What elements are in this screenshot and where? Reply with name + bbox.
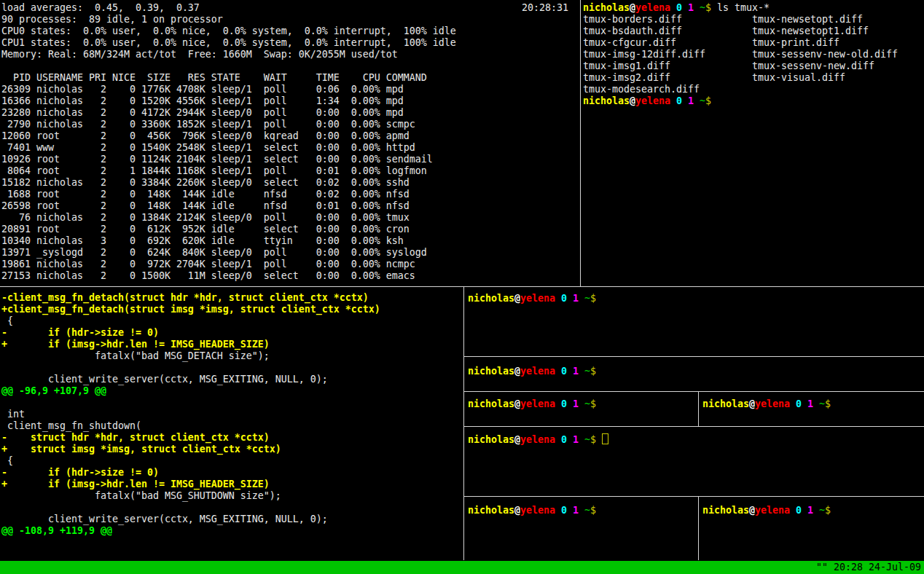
prompt-at: @ bbox=[514, 293, 520, 304]
prompt-at: @ bbox=[630, 95, 635, 106]
prompt-history-count: 0 bbox=[561, 293, 567, 304]
ls-row: tmux-imsg-12diff.difftmux-sessenv-new-ol… bbox=[583, 49, 898, 60]
prompt-jobs-count: 1 bbox=[573, 434, 579, 445]
ls-file: tmux-bsdauth.diff bbox=[583, 25, 752, 37]
shell-prompt: nicholas@yelena01~$ bbox=[468, 398, 596, 410]
ls-file: tmux-borders.diff bbox=[583, 14, 752, 25]
pane-border-v-row5 bbox=[698, 497, 699, 560]
prompt-history-count: 0 bbox=[676, 95, 682, 106]
prompt-symbol: $ bbox=[590, 434, 596, 445]
ls-row: tmux-modesearch.diff bbox=[583, 84, 898, 95]
pane-shell-4[interactable]: nicholas@yelena01~$ bbox=[699, 392, 924, 426]
diff-removed-line: - struct hdr *hdr, struct client_ctx *cc… bbox=[1, 432, 380, 444]
top-load-line: load averages: 0.45, 0.39, 0.37 bbox=[1, 2, 456, 14]
prompt-path: ~ bbox=[584, 505, 590, 516]
prompt-path: ~ bbox=[819, 398, 825, 409]
prompt-history-count: 0 bbox=[561, 434, 567, 445]
pane-shell-2[interactable]: nicholas@yelena01~$ bbox=[464, 357, 924, 391]
pane-border-v-row3 bbox=[698, 392, 699, 426]
shell-prompt: nicholas@yelena01~$ bbox=[583, 2, 711, 13]
ls-row: tmux-imsg1.difftmux-sessenv-new.diff bbox=[583, 60, 898, 72]
status-clock-date: "" 20:28 24-Jul-09 bbox=[816, 561, 921, 574]
prompt-user: nicholas bbox=[583, 95, 630, 106]
prompt-symbol: $ bbox=[590, 366, 596, 377]
process-row: 26309 nicholas 2 0 1776K 4708K sleep/1 p… bbox=[1, 84, 456, 95]
shell-command-line: nicholas@yelena01~$ls tmux-* bbox=[583, 2, 898, 14]
top-cpu0-line: CPU0 states: 0.0% user, 0.0% nice, 0.0% … bbox=[1, 25, 456, 37]
ls-row: tmux-borders.difftmux-newsetopt.diff bbox=[583, 14, 898, 25]
pane-shell-7[interactable]: nicholas@yelena01~$ bbox=[699, 497, 924, 560]
prompt-user: nicholas bbox=[468, 505, 514, 516]
diff-added-line: +client_msg_fn_detach(struct imsg *imsg,… bbox=[1, 304, 380, 315]
prompt-host: yelena bbox=[635, 2, 670, 13]
ls-file: tmux-visual.diff bbox=[752, 72, 845, 83]
prompt-host: yelena bbox=[755, 505, 790, 516]
prompt-user: nicholas bbox=[702, 505, 749, 516]
process-row: 10926 root 2 0 1124K 2104K sleep/1 selec… bbox=[1, 154, 456, 165]
prompt-path: ~ bbox=[700, 2, 705, 13]
pane-border-h3 bbox=[464, 426, 924, 427]
diff-added-line: + if (imsg->hdr.len != IMSG_HEADER_SIZE) bbox=[1, 479, 380, 490]
prompt-at: @ bbox=[514, 366, 520, 377]
pane-border-vertical-top bbox=[580, 0, 581, 286]
blank-line bbox=[1, 60, 456, 72]
ls-row: tmux-cfgcur.difftmux-print.diff bbox=[583, 37, 898, 49]
pane-shell-1[interactable]: nicholas@yelena01~$ bbox=[464, 288, 924, 355]
ls-file: tmux-newsetopt1.diff bbox=[752, 25, 869, 36]
prompt-user: nicholas bbox=[468, 398, 514, 409]
prompt-history-count: 0 bbox=[561, 505, 567, 516]
prompt-at: @ bbox=[749, 505, 755, 516]
ls-file: tmux-sessenv-new-old.diff bbox=[752, 49, 898, 60]
pane-shell-ls[interactable]: nicholas@yelena01~$ls tmux-* tmux-border… bbox=[581, 0, 924, 286]
prompt-history-count: 0 bbox=[561, 398, 567, 409]
process-row: 1688 root 2 0 148K 144K idle nfsd 0:02 0… bbox=[1, 189, 456, 200]
prompt-at: @ bbox=[514, 505, 520, 516]
ls-file: tmux-print.diff bbox=[752, 37, 839, 48]
pane-shell-3[interactable]: nicholas@yelena01~$ bbox=[464, 392, 698, 426]
pane-border-h1 bbox=[464, 356, 924, 357]
prompt-host: yelena bbox=[520, 293, 555, 304]
pane-top-process-monitor[interactable]: load averages: 0.45, 0.39, 0.37 90 proce… bbox=[0, 0, 580, 286]
diff-removed-line: - if (hdr->size != 0) bbox=[1, 467, 380, 479]
blank-line bbox=[1, 362, 380, 374]
prompt-symbol: $ bbox=[590, 505, 596, 516]
tmux-screen: { "palette": { "background": "#000000", … bbox=[0, 0, 924, 574]
tmux-status-bar: [0]0:irssi#1:todo2:ncmpc-3:mutt4:ssh[cvs… bbox=[0, 561, 924, 574]
prompt-jobs-count: 1 bbox=[807, 398, 813, 409]
prompt-user: nicholas bbox=[702, 398, 749, 409]
ls-file: tmux-newsetopt.diff bbox=[752, 14, 863, 25]
diff-context-line: client_write_server(cctx, MSG_EXITING, N… bbox=[1, 514, 380, 525]
prompt-jobs-count: 1 bbox=[807, 505, 813, 516]
process-row: 13971 _syslogd 2 0 624K 840K sleep/0 pol… bbox=[1, 247, 456, 259]
pane-shell-5-active[interactable]: nicholas@yelena01~$ bbox=[464, 427, 924, 496]
pane-border-h4 bbox=[464, 496, 924, 497]
shell-prompt: nicholas@yelena01~$ bbox=[468, 293, 596, 304]
prompt-host: yelena bbox=[635, 95, 670, 106]
prompt-path: ~ bbox=[584, 293, 590, 304]
prompt-symbol: $ bbox=[825, 505, 831, 516]
prompt-path: ~ bbox=[819, 505, 825, 516]
ls-file: tmux-imsg1.diff bbox=[583, 60, 752, 72]
process-row: 76 nicholas 2 0 1384K 2124K sleep/0 poll… bbox=[1, 212, 456, 224]
prompt-symbol: $ bbox=[590, 293, 596, 304]
pane-emacs-diff[interactable]: -client_msg_fn_detach(struct hdr *hdr, s… bbox=[0, 287, 463, 560]
prompt-at: @ bbox=[749, 398, 755, 409]
pane-border-vertical-bottom bbox=[463, 287, 464, 560]
prompt-user: nicholas bbox=[468, 366, 514, 377]
prompt-host: yelena bbox=[520, 398, 555, 409]
ls-file: tmux-cfgcur.diff bbox=[583, 37, 752, 49]
ls-file: tmux-imsg-12diff.diff bbox=[583, 49, 752, 60]
shell-prompt: nicholas@yelena01~$ bbox=[583, 95, 711, 106]
diff-hunk-header: @@ -96,9 +107,9 @@ bbox=[1, 385, 380, 397]
ls-file: tmux-sessenv-new.diff bbox=[752, 60, 874, 71]
pane-shell-6[interactable]: nicholas@yelena01~$ bbox=[464, 497, 698, 560]
diff-added-line: + if (imsg->hdr.len != IMSG_HEADER_SIZE) bbox=[1, 339, 380, 350]
prompt-host: yelena bbox=[520, 366, 555, 377]
prompt-at: @ bbox=[514, 434, 520, 445]
process-row: 27153 nicholas 2 0 1500K 11M sleep/0 sel… bbox=[1, 270, 456, 282]
shell-prompt: nicholas@yelena01~$ bbox=[468, 433, 608, 446]
shell-prompt: nicholas@yelena01~$ bbox=[468, 505, 596, 516]
pane-border-h2 bbox=[464, 391, 924, 392]
prompt-symbol: $ bbox=[825, 398, 831, 409]
process-row: 23280 nicholas 2 0 4172K 2944K sleep/0 p… bbox=[1, 107, 456, 119]
